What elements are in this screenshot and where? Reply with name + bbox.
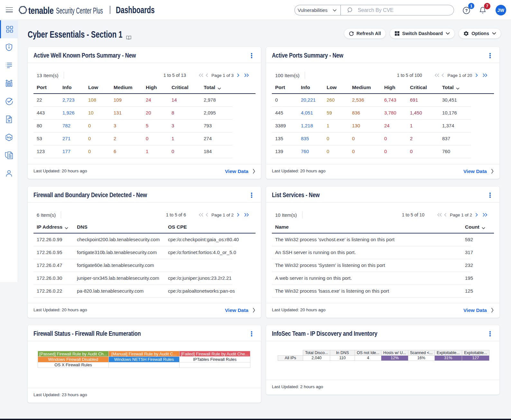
svg-text:?: ?	[465, 8, 468, 13]
